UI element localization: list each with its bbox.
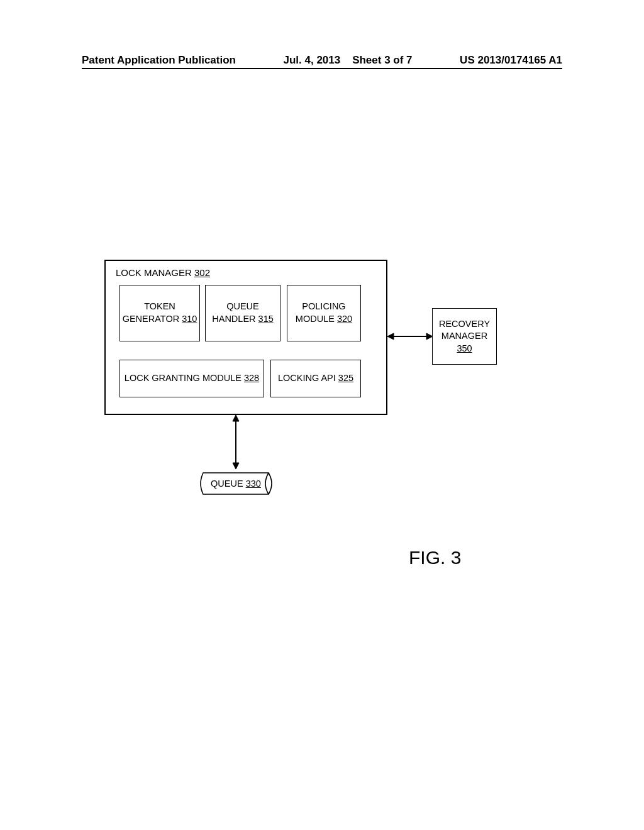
token-generator-ref: 310 — [182, 314, 197, 324]
policing-module-box: POLICINGMODULE 320 — [287, 285, 361, 341]
queue-handler-ref: 315 — [258, 314, 274, 324]
lock-granting-box: LOCK GRANTING MODULE 328 — [119, 360, 264, 397]
locking-api-label: LOCKING API 325 — [278, 372, 353, 385]
connector-lockmgr-queue — [230, 415, 242, 469]
queue-handler-box: QUEUEHANDLER 315 — [205, 285, 280, 341]
locking-api-text: LOCKING API — [278, 373, 336, 383]
lock-manager-ref: 302 — [194, 267, 210, 278]
recovery-manager-box: RECOVERYMANAGER350 — [432, 308, 497, 365]
queue-text: QUEUE — [211, 479, 243, 489]
header-publication: Patent Application Publication — [82, 54, 236, 67]
svg-marker-4 — [233, 415, 239, 421]
header-rule — [82, 68, 562, 69]
svg-marker-5 — [233, 463, 239, 469]
header-date: Jul. 4, 2013 — [284, 54, 341, 66]
locking-api-ref: 325 — [338, 373, 353, 383]
lock-manager-box: LOCK MANAGER 302 TOKEN GENERATOR TOKENGE… — [104, 260, 387, 415]
locking-api-box: LOCKING API 325 — [270, 360, 361, 397]
queue-label: QUEUE 330 — [198, 468, 274, 499]
token-generator-label: TOKEN GENERATOR TOKENGENERATOR 310 — [123, 301, 197, 325]
header-sheet: Sheet 3 of 7 — [352, 54, 412, 66]
policing-module-ref: 320 — [337, 314, 352, 324]
queue-ref: 330 — [246, 479, 261, 489]
lock-manager-label: LOCK MANAGER — [116, 267, 192, 278]
figure-label: FIG. 3 — [409, 547, 461, 568]
recovery-manager-label: RECOVERYMANAGER350 — [439, 318, 490, 355]
lock-granting-text: LOCK GRANTING MODULE — [125, 373, 242, 383]
connector-lockmgr-recovery — [387, 330, 433, 343]
page-header: Patent Application Publication Jul. 4, 2… — [0, 54, 644, 67]
policing-module-label: POLICINGMODULE 320 — [296, 301, 352, 325]
header-date-sheet: Jul. 4, 2013 Sheet 3 of 7 — [284, 54, 413, 67]
lock-manager-title: LOCK MANAGER 302 — [116, 267, 210, 278]
lock-granting-ref: 328 — [244, 373, 259, 383]
queue-handler-label: QUEUEHANDLER 315 — [212, 301, 274, 325]
lock-granting-label: LOCK GRANTING MODULE 328 — [125, 372, 259, 385]
recovery-manager-ref: 350 — [457, 343, 472, 353]
queue-db: QUEUE 330 — [198, 468, 274, 499]
token-generator-box: TOKEN GENERATOR TOKENGENERATOR 310 — [119, 285, 200, 341]
svg-marker-1 — [387, 333, 394, 340]
header-pubnumber: US 2013/0174165 A1 — [460, 54, 562, 67]
svg-marker-2 — [426, 333, 433, 340]
